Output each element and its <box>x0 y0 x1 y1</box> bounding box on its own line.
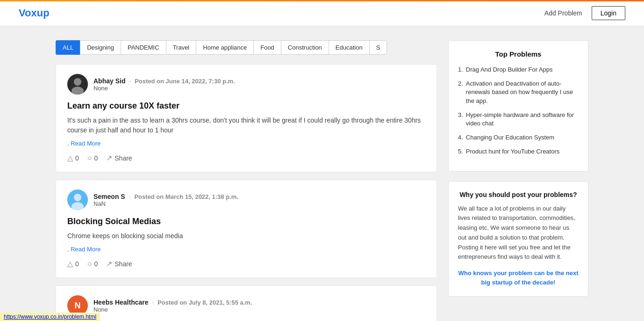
avatar <box>67 190 88 210</box>
problem-number: 4. <box>458 133 463 142</box>
author-name: Semeon S · Posted on March 15, 2022, 1:3… <box>93 193 238 200</box>
problem-number: 1. <box>458 66 463 74</box>
svg-point-4 <box>74 194 81 201</box>
top-problems-widget: Top Problems 1. Drag And Drop Builder Fo… <box>448 40 588 172</box>
category-tab-all[interactable]: ALL <box>56 40 80 55</box>
post-date: Posted on June 14, 2022, 7:30 p.m. <box>135 78 235 85</box>
post-actions: △ 0 ○ 0 ↗ Share <box>67 153 425 162</box>
category-tab-pandemic[interactable]: PANDEMIC <box>121 40 166 55</box>
category-tab-s[interactable]: S <box>369 40 387 55</box>
read-more-link[interactable]: Read More <box>67 140 425 147</box>
post-author: N Heebs Healthcare · Posted on July 8, 2… <box>67 295 425 316</box>
author-name: Abhay Sid · Posted on June 14, 2022, 7:3… <box>93 77 235 85</box>
top-problems-title: Top Problems <box>458 50 579 58</box>
avatar <box>67 74 88 95</box>
upvote-action[interactable]: △ 0 <box>67 153 79 162</box>
why-post-cta: Who knows your problem can be the next b… <box>458 269 579 287</box>
problem-text: Hyper-simple hardware and software for v… <box>466 111 579 128</box>
author-info: Heebs Healthcare · Posted on July 8, 202… <box>93 299 252 313</box>
top-problem-item: 4. Changing Our Education System <box>458 133 579 142</box>
post-date: Posted on July 8, 2021, 5:55 a.m. <box>157 299 252 306</box>
post-author: Abhay Sid · Posted on June 14, 2022, 7:3… <box>67 74 425 95</box>
share-icon: ↗ <box>106 259 112 268</box>
author-info: Semeon S · Posted on March 15, 2022, 1:3… <box>93 193 238 207</box>
problem-number: 3. <box>458 111 463 128</box>
category-tab-education[interactable]: Education <box>329 40 370 55</box>
post-date: Posted on March 15, 2022, 1:38 p.m. <box>134 193 238 200</box>
share-button[interactable]: ↗ Share <box>106 153 132 162</box>
main-container: ALLDesigningPANDEMICTravelHome appliance… <box>46 26 598 321</box>
top-problem-item: 3. Hyper-simple hardware and software fo… <box>458 111 579 128</box>
right-column: Top Problems 1. Drag And Drop Builder Fo… <box>448 40 588 321</box>
share-button[interactable]: ↗ Share <box>106 259 132 268</box>
post-actions: △ 0 ○ 0 ↗ Share <box>67 259 425 268</box>
comment-count: 0 <box>94 260 98 268</box>
upvote-icon: △ <box>67 153 73 162</box>
share-icon: ↗ <box>106 153 112 162</box>
category-tabs: ALLDesigningPANDEMICTravelHome appliance… <box>56 40 437 55</box>
author-sub: NaN <box>93 200 238 207</box>
category-tab-travel[interactable]: Travel <box>166 40 197 55</box>
problem-number: 5. <box>458 147 463 156</box>
comment-action[interactable]: ○ 0 <box>87 260 98 268</box>
post-author: Semeon S · Posted on March 15, 2022, 1:3… <box>67 190 425 210</box>
svg-point-1 <box>74 78 81 86</box>
left-column: ALLDesigningPANDEMICTravelHome appliance… <box>56 40 437 321</box>
header-right: Add Problem Login <box>544 6 625 20</box>
upvote-count: 0 <box>75 154 79 162</box>
comment-icon: ○ <box>87 260 92 268</box>
post-title: Learn any course 10X faster <box>67 101 425 111</box>
problem-text: Drag And Drop Builder For Apps <box>466 66 553 74</box>
upvote-action[interactable]: △ 0 <box>67 259 79 268</box>
top-problems-list: 1. Drag And Drop Builder For Apps2. Acti… <box>458 66 579 156</box>
problem-text: Activation and Deactivation of auto-rene… <box>466 80 579 105</box>
category-tab-home-appliance[interactable]: Home appliance <box>196 40 254 55</box>
logo: Voxup <box>19 7 50 19</box>
problem-number: 2. <box>458 80 463 105</box>
why-post-widget: Why you should post your problems? We al… <box>448 181 588 297</box>
top-problem-item: 5. Product hunt for YouTube Creators <box>458 147 579 156</box>
category-tab-construction[interactable]: Construction <box>281 40 329 55</box>
top-problem-item: 2. Activation and Deactivation of auto-r… <box>458 80 579 105</box>
post-body: It's such a pain in the ass to learn a 3… <box>67 116 425 135</box>
author-info: Abhay Sid · Posted on June 14, 2022, 7:3… <box>93 77 235 92</box>
read-more-link[interactable]: Read More <box>67 246 425 253</box>
share-label: Share <box>114 260 132 268</box>
post-body: Chrome keeps on blocking social media <box>67 231 425 241</box>
posts-list: Abhay Sid · Posted on June 14, 2022, 7:3… <box>56 64 437 321</box>
post-card: N Heebs Healthcare · Posted on July 8, 2… <box>56 285 437 321</box>
author-sub: None <box>93 85 235 92</box>
post-title: Blocking Soical Medias <box>67 217 425 226</box>
login-button[interactable]: Login <box>592 6 625 20</box>
upvote-count: 0 <box>75 260 79 268</box>
why-post-body: We all face a lot of problems in our dai… <box>458 204 579 263</box>
why-post-title: Why you should post your problems? <box>458 191 579 198</box>
header: Voxup Add Problem Login <box>0 0 644 26</box>
post-card: Abhay Sid · Posted on June 14, 2022, 7:3… <box>56 64 437 172</box>
author-name: Heebs Healthcare · Posted on July 8, 202… <box>93 299 252 306</box>
upvote-icon: △ <box>67 259 73 268</box>
post-card: Semeon S · Posted on March 15, 2022, 1:3… <box>56 180 437 278</box>
category-tab-designing[interactable]: Designing <box>80 40 121 55</box>
top-problem-item: 1. Drag And Drop Builder For Apps <box>458 66 579 74</box>
problem-text: Product hunt for YouTube Creators <box>466 147 559 156</box>
status-bar: https://www.voxup.co.in/problem.html <box>0 313 100 321</box>
comment-count: 0 <box>94 154 98 162</box>
category-tab-food[interactable]: Food <box>253 40 281 55</box>
add-problem-link[interactable]: Add Problem <box>544 9 582 17</box>
comment-action[interactable]: ○ 0 <box>87 154 98 162</box>
problem-text: Changing Our Education System <box>466 133 554 142</box>
author-sub: None <box>93 306 252 313</box>
share-label: Share <box>114 154 132 162</box>
comment-icon: ○ <box>87 154 92 162</box>
